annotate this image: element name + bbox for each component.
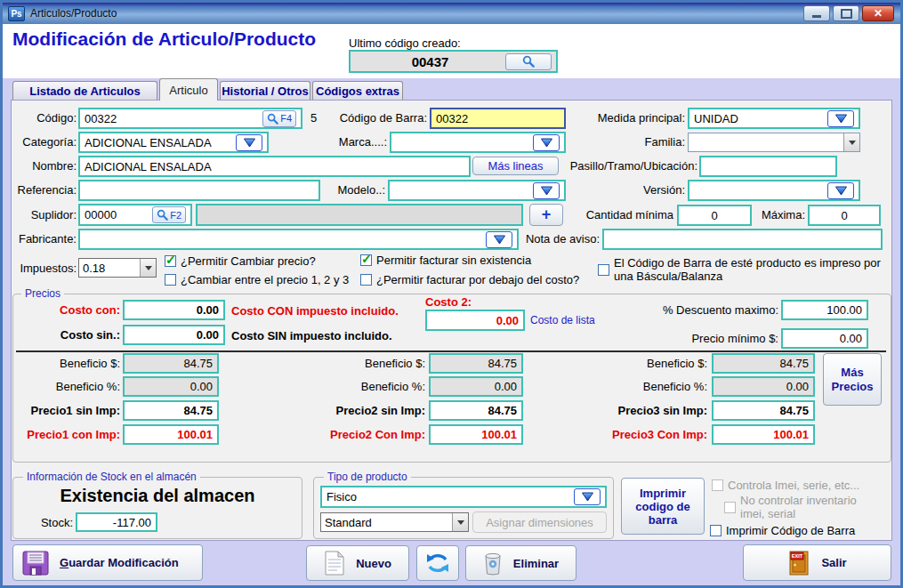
salir-button[interactable]: EXIT Salir xyxy=(743,544,891,581)
checkbox-box[interactable] xyxy=(360,274,372,286)
checkbox-facturar-debajo-costo[interactable]: ¿Permitir facturar por debajo del costo? xyxy=(360,273,579,286)
fabricante-dropdown-button[interactable] xyxy=(486,231,512,248)
guardar-button[interactable]: Guardar Modificación xyxy=(12,544,203,581)
imprimir-codigo-barra-button[interactable]: Imprimir codigo de barra xyxy=(621,478,705,535)
stock-value: -117.00 xyxy=(82,516,151,529)
precio1-con-field[interactable]: 100.01 xyxy=(123,424,219,445)
beneficio3-pct-value: 0.00 xyxy=(718,380,809,393)
cantidad-minima-label: Cantidad mínima xyxy=(578,208,673,222)
precio-minimo-field[interactable]: 0.00 xyxy=(781,328,868,349)
checkbox-box[interactable] xyxy=(165,255,176,267)
precio2-sin-value: 84.75 xyxy=(435,404,517,417)
beneficio3-field: 84.75 xyxy=(712,353,815,374)
suplidor-search-button[interactable]: F2 xyxy=(152,206,186,223)
precio2-sin-field[interactable]: 84.75 xyxy=(429,400,523,421)
descuento-maximo-field[interactable]: 100.00 xyxy=(781,300,868,320)
codigo-value: 00322 xyxy=(85,112,262,125)
costo-sin-field[interactable]: 0.00 xyxy=(123,325,225,345)
tipo-producto-dropdown-button[interactable] xyxy=(574,488,601,505)
checkbox-imprimir-codigo-barra[interactable]: Imprimir Código de Barra xyxy=(710,524,855,537)
minimize-button[interactable] xyxy=(803,5,830,21)
cantidad-minima-field[interactable]: 0 xyxy=(677,205,752,226)
tab-label: Listado de Articulos xyxy=(29,85,140,98)
version-field[interactable] xyxy=(688,180,860,201)
tab-articulo[interactable]: Articulo xyxy=(159,78,218,101)
maxima-field[interactable]: 0 xyxy=(808,205,881,226)
search-last-code-button[interactable] xyxy=(505,53,552,70)
costo-con-field[interactable]: 0.00 xyxy=(123,300,225,320)
nombre-field[interactable]: ADICIONAL ENSALADA xyxy=(78,156,471,177)
modelo-dropdown-button[interactable] xyxy=(533,182,560,199)
nuevo-label: Nuevo xyxy=(356,557,391,570)
precio2-sin-label: Precio2 sin Imp: xyxy=(294,404,425,417)
impuestos-combobox[interactable]: 0.18 xyxy=(78,258,157,278)
medida-field[interactable]: UNIDAD xyxy=(688,108,860,129)
codigo-label: Código: xyxy=(7,111,77,125)
costo-sin-value: 0.00 xyxy=(129,328,219,342)
close-button[interactable]: ✕ xyxy=(862,5,894,21)
combo-arrow-icon[interactable] xyxy=(843,133,859,151)
beneficio2-pct-label: Beneficio %: xyxy=(294,380,425,393)
tipo-producto-value: Fisico xyxy=(327,490,570,503)
checkbox-box[interactable] xyxy=(710,525,722,536)
tab-historial-otros[interactable]: Historial / Otros xyxy=(220,81,310,100)
page-title: Modificación de Articulo/Producto xyxy=(12,28,316,50)
checkbox-box[interactable] xyxy=(598,264,609,276)
last-code-field: 00437 xyxy=(349,50,558,73)
mas-lineas-button[interactable]: Más lineas xyxy=(472,157,559,175)
precio3-sin-value: 84.75 xyxy=(718,404,809,417)
tab-codigos-extras[interactable]: Códigos extras xyxy=(312,81,403,100)
window-controls: ✕ xyxy=(803,5,894,21)
refresh-button[interactable] xyxy=(416,545,459,581)
nota-aviso-field[interactable] xyxy=(602,229,883,250)
chevron-down-icon xyxy=(834,114,848,124)
checkbox-facturar-sin-existencia[interactable]: Permitir facturar sin existencia xyxy=(360,254,531,267)
categoria-dropdown-button[interactable] xyxy=(236,134,262,151)
checkbox-cambiar-entre-precios[interactable]: ¿Cambiar entre el precio 1, 2 y 3 xyxy=(165,273,349,286)
categoria-field[interactable]: ADICIONAL ENSALADA xyxy=(78,132,269,153)
checkbox-box[interactable] xyxy=(165,274,176,286)
combo-arrow-icon[interactable] xyxy=(140,259,156,277)
medida-dropdown-button[interactable] xyxy=(827,110,854,127)
eliminar-button[interactable]: Eliminar xyxy=(465,545,576,581)
precio2-con-field[interactable]: 100.01 xyxy=(429,424,523,445)
nuevo-button[interactable]: Nuevo xyxy=(306,545,409,581)
stock-field[interactable]: -117.00 xyxy=(76,512,157,532)
precio3-con-field[interactable]: 100.01 xyxy=(712,424,815,445)
combo-arrow-icon[interactable] xyxy=(452,513,468,531)
add-supplier-button[interactable]: + xyxy=(529,204,563,226)
beneficio1-value: 84.75 xyxy=(129,357,213,370)
costo-sin-note: Costo SIN impuesto incluido. xyxy=(231,329,392,342)
marca-field[interactable] xyxy=(390,132,566,153)
suplidor-field[interactable]: 00000 F2 xyxy=(78,204,192,226)
version-label: Versión: xyxy=(614,183,685,197)
codigo-search-button[interactable]: F4 xyxy=(262,110,296,127)
checkbox-permitir-cambiar-precio[interactable]: ¿Permitir Cambiar precio? xyxy=(165,254,316,268)
nombre-value: ADICIONAL ENSALADA xyxy=(85,160,464,173)
marca-dropdown-button[interactable] xyxy=(533,134,560,151)
codigo-fkey-label: F4 xyxy=(280,113,292,124)
familia-combobox[interactable] xyxy=(688,133,860,152)
version-dropdown-button[interactable] xyxy=(827,182,854,199)
subtipo-combobox[interactable]: Standard xyxy=(320,512,469,532)
pasillo-field[interactable] xyxy=(699,156,837,177)
costo2-field[interactable]: 0.00 xyxy=(425,310,525,331)
categoria-label: Categoría: xyxy=(7,135,77,149)
checkbox-barra-bascula[interactable]: El Código de Barra de esté producto es i… xyxy=(598,256,884,283)
precio3-sin-field[interactable]: 84.75 xyxy=(712,400,815,421)
restore-button[interactable] xyxy=(833,5,859,21)
window-title: Articulos/Producto xyxy=(30,7,117,20)
modelo-field[interactable] xyxy=(388,180,566,201)
chevron-down-icon xyxy=(493,235,506,245)
mas-precios-button[interactable]: Más Precios xyxy=(823,353,882,406)
suplidor-value: 00000 xyxy=(85,208,152,222)
precio1-sin-field[interactable]: 84.75 xyxy=(123,400,219,421)
referencia-field[interactable] xyxy=(78,180,320,201)
fabricante-field[interactable] xyxy=(78,229,519,250)
tipo-producto-field[interactable]: Fisico xyxy=(320,486,607,508)
beneficio1-pct-label: Beneficio %: xyxy=(16,380,120,393)
codigo-barra-field[interactable]: 00322 xyxy=(430,108,566,129)
checkbox-box[interactable] xyxy=(360,254,372,266)
codigo-field[interactable]: 00322 F4 xyxy=(78,108,302,129)
tab-listado-de-articulos[interactable]: Listado de Articulos xyxy=(12,81,157,100)
